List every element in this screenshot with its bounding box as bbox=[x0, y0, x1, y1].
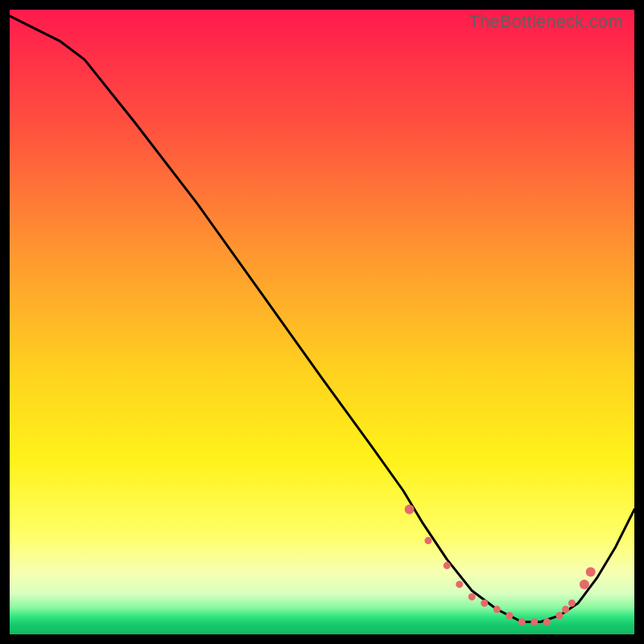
marker-point bbox=[469, 593, 476, 601]
marker-point bbox=[543, 618, 551, 625]
marker-point bbox=[568, 600, 576, 607]
marker-point bbox=[424, 537, 431, 544]
marker-point bbox=[555, 612, 563, 619]
watermark-label: TheBottleneck.com bbox=[469, 11, 623, 32]
bottleneck-chart bbox=[10, 10, 634, 634]
marker-point bbox=[456, 580, 463, 588]
marker-point bbox=[580, 580, 589, 589]
marker-point bbox=[518, 618, 526, 625]
marker-point bbox=[562, 606, 569, 613]
marker-point bbox=[444, 562, 451, 569]
chart-background bbox=[10, 10, 634, 634]
marker-point bbox=[506, 612, 513, 619]
marker-point bbox=[481, 600, 488, 607]
marker-point bbox=[530, 618, 538, 625]
chart-frame: TheBottleneck.com bbox=[10, 10, 634, 634]
marker-point bbox=[405, 505, 415, 514]
marker-point bbox=[493, 606, 501, 613]
marker-point bbox=[586, 567, 596, 576]
